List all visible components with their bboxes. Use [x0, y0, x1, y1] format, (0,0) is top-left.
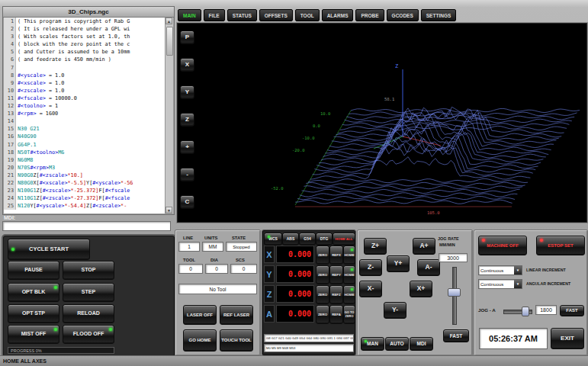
scrollbar-thumb[interactable] [166, 27, 173, 56]
state-value: Stopped [226, 242, 257, 252]
jog-y-plus-label: Y+ [394, 260, 403, 268]
ref-laser-button[interactable]: REF LASER [220, 305, 253, 325]
tab-status[interactable]: STATUS [227, 9, 257, 21]
dro-value-y: 0.000 [276, 265, 314, 283]
gcode-line: 2( It is released here under a GPL wi [4, 25, 165, 33]
jog-x-minus-button[interactable]: X- [359, 281, 382, 297]
cycle-start-button[interactable]: CYCLE START [8, 239, 90, 260]
touch-tool-button[interactable]: TOUCH TOOL [220, 329, 253, 352]
go-home-button[interactable]: GO HOME [183, 329, 217, 352]
gcode-scrollbar[interactable]: ▲ ▼ [165, 18, 173, 214]
dro-value-z: 0.000 [276, 285, 314, 303]
tab-main[interactable]: MAIN [178, 9, 201, 21]
jog-a-plus-button[interactable]: A+ [413, 238, 435, 255]
mist-off-label: MIST OFF [21, 331, 47, 337]
pause-button[interactable]: PAUSE [8, 261, 59, 280]
green-led-icon [351, 288, 353, 291]
jog-y-minus-button[interactable]: Y- [384, 302, 406, 319]
opt-blk-button[interactable]: OPT BLK [8, 283, 59, 302]
green-led-icon [54, 286, 57, 289]
mdi-mode-button[interactable]: MDI [410, 337, 433, 351]
dro-axis-a: A [264, 305, 275, 323]
home-a-button[interactable]: GO TO ZERO [343, 305, 355, 324]
green-led-icon [351, 249, 353, 251]
plot-view-button-c[interactable]: C [180, 195, 194, 209]
scroll-up-icon[interactable]: ▲ [165, 18, 172, 24]
step-button[interactable]: STEP [63, 283, 114, 302]
step-label: STEP [82, 289, 95, 295]
mdi-input[interactable] [2, 221, 171, 231]
jog-a-fast-button[interactable]: FAST [560, 305, 584, 316]
tool-name-value: No Tool [178, 284, 257, 294]
chevron-down-icon[interactable]: ▼ [514, 266, 522, 274]
angular-increment-dropdown[interactable]: Continuous ▼ [478, 279, 522, 289]
jog-y-minus-label: Y- [392, 307, 398, 314]
svg-text:-10.0: -10.0 [302, 136, 315, 140]
tab-tool[interactable]: TOOL [295, 9, 320, 21]
exit-button[interactable]: EXIT [551, 328, 584, 349]
zero-a-button[interactable]: ZERO [316, 305, 329, 324]
estop-set-button[interactable]: ESTOP SET [536, 236, 585, 255]
plot-view-button-x[interactable]: X [180, 58, 194, 72]
ref-a-button[interactable]: REFA [329, 305, 343, 324]
ref-x-button[interactable]: REFX [329, 246, 343, 265]
tab-probe[interactable]: PROBE [355, 9, 384, 21]
zero-y-button[interactable]: ZERO [316, 265, 329, 284]
zero-x-button[interactable]: ZERO [316, 246, 329, 265]
linear-increment-dropdown[interactable]: Continuous ▼ [478, 265, 522, 275]
home-y-button[interactable]: HOME [343, 265, 355, 284]
flood-off-button[interactable]: FLOOD OFF [63, 325, 114, 344]
linear-increment-value: Continuous [480, 268, 503, 273]
clock-display: 05:26:37 AM [479, 328, 548, 349]
auto-mode-button[interactable]: AUTO [385, 337, 409, 351]
plot-view-button-z[interactable]: Z [180, 113, 194, 127]
toolpath-plot[interactable]: Z58.110.00.0-10.0-20.0-52.0105.0 [198, 25, 584, 220]
opt-blk-label: OPT BLK [22, 289, 46, 295]
laser-off-button[interactable]: LASER OFF [183, 305, 217, 325]
scroll-down-icon[interactable]: ▼ [165, 207, 172, 214]
angular-increment-label: ANGULAR INCREMENT [526, 281, 570, 286]
man-label: MAN [367, 341, 378, 346]
tab-alarms[interactable]: ALARMS [322, 9, 354, 21]
machine-off-button[interactable]: MACHINE OFF [478, 236, 527, 255]
jog-a-minus-label: A- [426, 264, 432, 271]
jog-z-minus-button[interactable]: Z- [359, 259, 382, 276]
ref-y-button[interactable]: REFY [329, 265, 343, 284]
dro-value-x: 0.000 [276, 246, 314, 263]
jog-rate-slider-thumb[interactable] [448, 288, 461, 297]
jog-a-minus-button[interactable]: A- [417, 259, 440, 276]
gcode-line: 20N70S#<rpm>M3 [4, 164, 165, 172]
jog-rate-units: MM/MIN [439, 242, 455, 247]
chevron-down-icon[interactable]: ▼ [514, 280, 522, 288]
reload-button[interactable]: RELOAD [63, 304, 114, 323]
plot-view-button-plus[interactable]: + [180, 140, 194, 154]
tab-offsets[interactable]: OFFSETS [259, 9, 293, 21]
plot-view-button-p[interactable]: P [180, 30, 194, 44]
green-led-icon [365, 340, 367, 342]
jog-z-minus-label: Z- [368, 264, 374, 271]
tab-file[interactable]: FILE [204, 9, 225, 21]
plot-view-button-y[interactable]: Y [180, 85, 194, 99]
tab-gcodes[interactable]: GCODES [387, 9, 419, 21]
svg-text:-52.0: -52.0 [271, 186, 284, 191]
svg-text:Z: Z [395, 63, 398, 69]
mist-off-button[interactable]: MIST OFF [8, 325, 59, 344]
ref-z-button[interactable]: REFZ [329, 285, 343, 304]
jog-z-plus-button[interactable]: Z+ [364, 238, 387, 255]
mdi-label-button: MDI [417, 341, 426, 346]
opt-stp-button[interactable]: OPT STP [8, 304, 59, 323]
zero-z-button[interactable]: ZERO [316, 285, 329, 304]
home-x-button[interactable]: HOME [343, 246, 355, 265]
plot-view-button-minus[interactable]: - [180, 168, 194, 181]
cycle-start-label: CYCLE START [29, 246, 69, 253]
jog-x-plus-button[interactable]: X+ [410, 281, 432, 297]
jog-y-plus-button[interactable]: Y+ [387, 255, 410, 272]
pause-label: PAUSE [24, 267, 43, 273]
jog-fast-button[interactable]: FAST [443, 329, 469, 342]
home-z-button[interactable]: HOME [343, 285, 355, 304]
jog-a-slider-thumb[interactable] [522, 307, 529, 316]
gcode-lines[interactable]: 1( This program is copyright of Rab G2( … [4, 18, 165, 214]
tab-settings[interactable]: SETTINGS [421, 9, 457, 21]
man-mode-button[interactable]: MAN [361, 337, 384, 351]
stop-button[interactable]: STOP [63, 261, 114, 280]
